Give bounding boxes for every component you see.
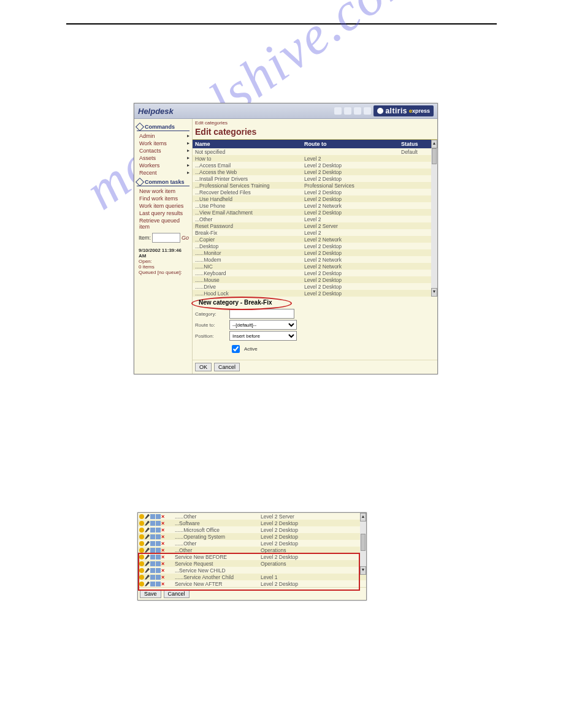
go-link[interactable]: Go [182,235,189,241]
category-row[interactable]: ......ModemLevel 2 Network [193,256,437,263]
category-row[interactable]: ...Use HandheldLevel 2 Desktop [193,195,437,202]
sidebar-task-item[interactable]: Find work items [137,195,190,202]
insert-after-icon[interactable] [156,575,161,580]
column-route[interactable]: Route to [302,140,399,148]
category-row[interactable]: ×......OtherLevel 2 Server [138,513,366,520]
active-checkbox[interactable] [232,345,240,353]
delete-icon[interactable]: × [161,548,166,553]
category-row[interactable]: ×Service New BEFORELevel 2 Desktop [138,553,366,560]
insert-before-icon[interactable] [150,575,155,580]
edit-icon[interactable] [145,575,150,580]
grid-scrollbar[interactable]: ▲ ▼ [431,140,437,297]
delete-icon[interactable]: × [161,541,166,546]
insert-before-icon[interactable] [150,534,155,539]
delete-icon[interactable]: × [161,555,166,559]
scroll-down-icon[interactable]: ▼ [431,288,437,297]
category-row[interactable]: ×Service New AFTERLevel 2 Desktop [138,580,366,587]
sidebar-task-item[interactable]: Retrieve queued item [137,217,190,230]
home-icon[interactable] [334,107,342,115]
insert-before-icon[interactable] [150,582,155,586]
delete-icon[interactable]: × [161,575,166,580]
insert-before-icon[interactable] [150,528,155,533]
insert-before-icon[interactable] [150,521,155,526]
sidebar-command-item[interactable]: Admin [137,132,190,140]
new-icon[interactable] [139,521,144,526]
cancel-button[interactable]: Cancel [164,590,190,598]
print-icon[interactable] [344,107,351,115]
save-button[interactable]: Save [140,590,161,598]
category-row[interactable]: ......DriveLevel 2 Desktop [193,283,437,290]
category-row[interactable]: ...Professional Services TrainingProfess… [193,182,437,189]
insert-before-icon[interactable] [150,555,155,559]
insert-after-icon[interactable] [156,541,161,546]
scroll-down-icon[interactable]: ▼ [360,566,366,575]
category-row[interactable]: ...View Email AttachmentLevel 2 Desktop [193,209,437,216]
delete-icon[interactable]: × [161,521,166,526]
new-icon[interactable] [139,514,144,519]
new-icon[interactable] [139,555,144,559]
category-row[interactable]: ×...Service New CHILD [138,567,366,574]
edit-icon[interactable] [145,528,150,533]
category-row[interactable]: ×......Microsoft OfficeLevel 2 Desktop [138,526,366,533]
scroll-thumb[interactable] [432,148,437,164]
delete-icon[interactable]: × [161,534,166,539]
insert-after-icon[interactable] [156,521,161,526]
category-row[interactable]: Not specifiedDefault [193,148,437,155]
delete-icon[interactable]: × [161,582,166,586]
help-icon[interactable] [364,107,371,115]
category-row[interactable]: ×...OtherOperations [138,547,366,553]
category-row[interactable]: ......MonitorLevel 2 Desktop [193,249,437,256]
category-row[interactable]: ...CopierLevel 2 Network [193,236,437,243]
edit-icon[interactable] [145,548,150,553]
category-row[interactable]: ...Use PhoneLevel 2 Network [193,202,437,209]
category-row[interactable]: ×...SoftwareLevel 2 Desktop [138,520,366,526]
insert-before-icon[interactable] [150,514,155,519]
category-row[interactable]: ...Access EmailLevel 2 Desktop [193,162,437,169]
new-icon[interactable] [139,528,144,533]
insert-before-icon[interactable] [150,541,155,546]
scroll-up-icon[interactable]: ▲ [431,140,437,148]
delete-icon[interactable]: × [161,514,166,519]
category-row[interactable]: ×......Service Another ChildLevel 1 [138,574,366,580]
category-row[interactable]: ×......OtherLevel 2 Desktop [138,540,366,547]
category-row[interactable]: ...Recover Deleted FilesLevel 2 Desktop [193,189,437,195]
insert-after-icon[interactable] [156,568,161,573]
edit-icon[interactable] [145,555,150,559]
new-icon[interactable] [139,561,144,566]
list-scrollbar[interactable]: ▲ ▼ [360,513,366,575]
category-row[interactable]: ...DesktopLevel 2 Desktop [193,243,437,249]
insert-after-icon[interactable] [156,528,161,533]
refresh-icon[interactable] [354,107,361,115]
category-row[interactable]: ×......Operating SystemLevel 2 Desktop [138,533,366,540]
item-input[interactable] [152,233,180,243]
sidebar-task-item[interactable]: Last query results [137,210,190,217]
cancel-button[interactable]: Cancel [214,363,240,371]
insert-before-icon[interactable] [150,568,155,573]
category-row[interactable]: ......KeyboardLevel 2 Desktop [193,270,437,276]
column-name[interactable]: Name [193,140,302,148]
edit-icon[interactable] [145,541,150,546]
delete-icon[interactable]: × [161,528,166,533]
sidebar-command-item[interactable]: Recent [137,169,190,176]
category-row[interactable]: ......NICLevel 2 Network [193,263,437,270]
sidebar-task-item[interactable]: New work item [137,188,190,195]
delete-icon[interactable]: × [161,568,166,573]
new-icon[interactable] [139,575,144,580]
category-input[interactable] [229,309,294,319]
ok-button[interactable]: OK [195,363,212,371]
edit-icon[interactable] [145,514,150,519]
edit-icon[interactable] [145,521,150,526]
category-row[interactable]: ...Install Printer DriversLevel 2 Deskto… [193,175,437,182]
category-row[interactable]: ...OtherLevel 2 [193,216,437,222]
new-icon[interactable] [139,568,144,573]
category-row[interactable]: ×Service RequestOperations [138,560,366,567]
sidebar-command-item[interactable]: Contacts [137,147,190,154]
new-icon[interactable] [139,541,144,546]
delete-icon[interactable]: × [161,561,166,566]
scroll-up-icon[interactable]: ▲ [360,513,366,521]
insert-after-icon[interactable] [156,548,161,553]
category-row[interactable]: How toLevel 2 [193,155,437,162]
insert-after-icon[interactable] [156,555,161,559]
edit-icon[interactable] [145,582,150,586]
new-icon[interactable] [139,534,144,539]
